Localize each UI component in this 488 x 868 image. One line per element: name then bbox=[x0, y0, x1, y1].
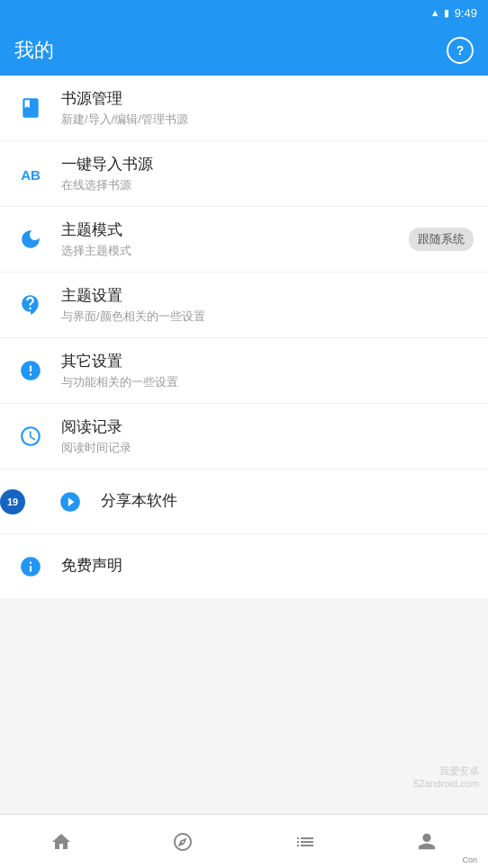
disclaimer-title: 免费声明 bbox=[61, 555, 474, 576]
theme-mode-subtitle: 选择主题模式 bbox=[61, 243, 409, 259]
ab-icon: AB bbox=[14, 157, 47, 190]
disclaimer-text: 免费声明 bbox=[61, 555, 474, 578]
status-icons: ▲ ▮ bbox=[430, 7, 449, 19]
theme-settings-subtitle: 与界面/颜色相关的一些设置 bbox=[61, 309, 474, 325]
share-icon bbox=[54, 486, 86, 518]
menu-item-reading-record[interactable]: 阅读记录 阅读时间记录 bbox=[0, 404, 488, 470]
book-source-title: 书源管理 bbox=[61, 88, 474, 109]
book-source-text: 书源管理 新建/导入/编辑/管理书源 bbox=[61, 88, 474, 128]
import-source-title: 一键导入书源 bbox=[61, 154, 474, 174]
reading-record-text: 阅读记录 阅读时间记录 bbox=[61, 416, 474, 456]
theme-mode-icon bbox=[14, 223, 47, 255]
import-source-subtitle: 在线选择书源 bbox=[61, 177, 474, 193]
menu-content: 书源管理 新建/导入/编辑/管理书源 AB 一键导入书源 在线选择书源 主题模式… bbox=[0, 76, 488, 599]
menu-item-import-source[interactable]: AB 一键导入书源 在线选择书源 bbox=[0, 141, 488, 207]
notification-badge: 19 bbox=[0, 489, 25, 515]
theme-settings-title: 主题设置 bbox=[61, 285, 474, 306]
nav-home[interactable] bbox=[0, 815, 122, 868]
menu-item-other-settings[interactable]: 其它设置 与功能相关的一些设置 bbox=[0, 338, 488, 404]
battery-icon: ▮ bbox=[444, 7, 449, 19]
app-bar: 我的 ? bbox=[0, 25, 488, 76]
watermark: 我爱安卓 52android.com bbox=[308, 740, 488, 812]
user-icon bbox=[417, 832, 437, 852]
svg-text:AB: AB bbox=[21, 167, 41, 183]
theme-settings-icon bbox=[14, 289, 47, 321]
share-app-text: 分享本软件 bbox=[101, 490, 474, 514]
reading-record-subtitle: 阅读时间记录 bbox=[61, 440, 474, 456]
info-icon bbox=[14, 550, 47, 583]
watermark-text: 我爱安卓 52android.com bbox=[413, 765, 479, 789]
share-app-title: 分享本软件 bbox=[101, 490, 474, 511]
list-icon bbox=[294, 831, 316, 853]
other-settings-title: 其它设置 bbox=[61, 351, 474, 371]
settings-icon bbox=[14, 354, 47, 387]
wifi-icon: ▲ bbox=[430, 7, 440, 18]
menu-item-theme-mode[interactable]: 主题模式 选择主题模式 跟随系统 bbox=[0, 207, 488, 273]
help-button[interactable]: ? bbox=[447, 37, 474, 64]
other-settings-subtitle: 与功能相关的一些设置 bbox=[61, 374, 474, 390]
other-settings-text: 其它设置 与功能相关的一些设置 bbox=[61, 351, 474, 390]
import-source-text: 一键导入书源 在线选择书源 bbox=[61, 154, 474, 193]
compass-icon bbox=[172, 831, 194, 853]
home-icon bbox=[50, 831, 72, 853]
theme-mode-text: 主题模式 选择主题模式 bbox=[61, 219, 409, 259]
app-title: 我的 bbox=[14, 37, 54, 64]
reading-record-title: 阅读记录 bbox=[61, 416, 474, 437]
clock-icon bbox=[14, 420, 47, 452]
menu-item-disclaimer[interactable]: 免费声明 bbox=[0, 534, 488, 599]
book-source-subtitle: 新建/导入/编辑/管理书源 bbox=[61, 112, 474, 128]
status-bar: ▲ ▮ 9:49 bbox=[0, 0, 488, 25]
status-time: 9:49 bbox=[455, 6, 477, 20]
theme-mode-badge: 跟随系统 bbox=[409, 228, 474, 251]
bottom-nav: Con bbox=[0, 814, 488, 868]
menu-item-share-app[interactable]: 19 分享本软件 bbox=[0, 470, 488, 534]
menu-item-theme-settings[interactable]: 主题设置 与界面/颜色相关的一些设置 bbox=[0, 273, 488, 338]
theme-settings-text: 主题设置 与界面/颜色相关的一些设置 bbox=[61, 285, 474, 325]
my-label: Con bbox=[462, 855, 477, 864]
nav-bookshelf[interactable] bbox=[244, 815, 366, 868]
nav-discover[interactable] bbox=[122, 815, 245, 868]
menu-item-book-source[interactable]: 书源管理 新建/导入/编辑/管理书源 bbox=[0, 76, 488, 141]
theme-mode-title: 主题模式 bbox=[61, 219, 409, 240]
nav-my[interactable]: Con bbox=[366, 815, 489, 868]
book-icon bbox=[14, 92, 47, 124]
